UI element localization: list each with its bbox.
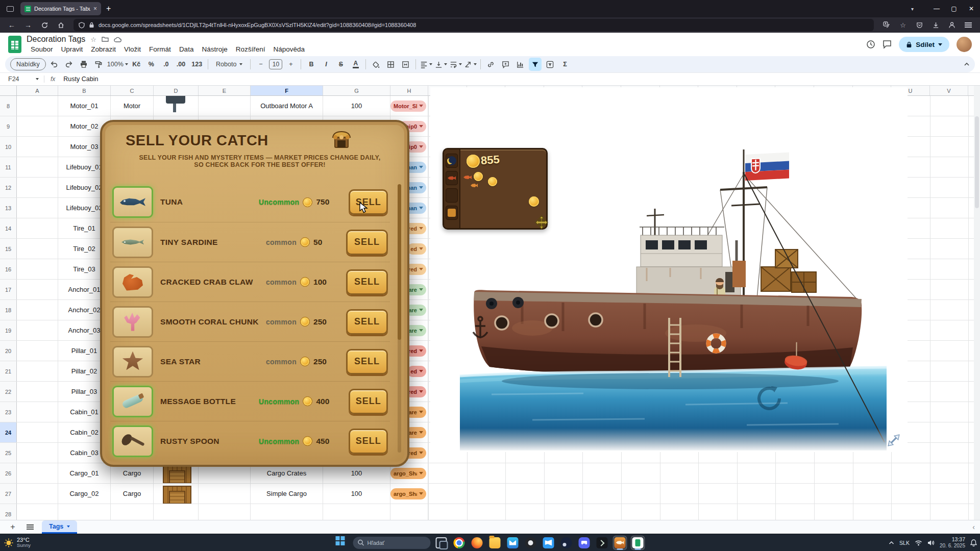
cell-a[interactable] [17, 300, 58, 320]
add-sheet-button[interactable]: + [7, 521, 18, 533]
menus-pill[interactable]: Nabídky [10, 58, 46, 70]
cell-a[interactable] [17, 198, 58, 218]
start-button[interactable] [335, 536, 350, 550]
dropdown-chip[interactable]: argo_Share [390, 468, 426, 479]
sheet-tab-tags[interactable]: Tags [42, 520, 77, 534]
cell-g[interactable]: 100 [323, 96, 390, 116]
downloads-icon[interactable] [929, 19, 942, 31]
empty-slot[interactable] [446, 188, 458, 203]
row-header[interactable]: 21 [0, 361, 17, 381]
menu-item[interactable]: Formát [145, 44, 175, 54]
chip-caret-icon[interactable] [419, 472, 423, 474]
sell-button[interactable]: SELL [346, 349, 388, 374]
tray-chevron-icon[interactable] [889, 541, 894, 545]
italic-button[interactable]: I [320, 58, 332, 71]
cell-a[interactable] [17, 137, 58, 157]
chip-caret-icon[interactable] [419, 105, 423, 107]
wifi-icon[interactable] [915, 540, 922, 546]
sell-button[interactable]: SELL [346, 309, 388, 335]
dropdown-chip[interactable]: argo_Share [390, 488, 426, 499]
firefox-view-icon[interactable] [4, 3, 16, 15]
cell-a[interactable] [17, 259, 58, 279]
maximize-button[interactable]: ▢ [945, 0, 963, 17]
lock-icon[interactable] [89, 22, 94, 28]
browser-tab[interactable]: Decoration Tags - Tabulky Goo × [20, 2, 101, 15]
chip-caret-icon[interactable] [419, 411, 423, 413]
column-header[interactable]: E [199, 86, 251, 95]
row-header[interactable]: 26 [0, 463, 17, 483]
column-header[interactable]: H [390, 86, 428, 95]
coin-icon[interactable] [488, 177, 497, 186]
filter-views-icon[interactable] [544, 58, 556, 71]
cell-a[interactable] [17, 504, 58, 520]
fill-color-icon[interactable] [370, 58, 382, 71]
column-header[interactable]: B [58, 86, 111, 95]
taskbar-app[interactable] [595, 536, 609, 550]
moon-slot[interactable] [446, 154, 458, 168]
cell-e[interactable] [199, 484, 251, 504]
cell-a[interactable] [17, 402, 58, 422]
translate-icon[interactable] [880, 19, 893, 31]
cell-g[interactable]: 100 [323, 484, 390, 504]
forward-button[interactable]: → [21, 19, 35, 31]
url-bar[interactable]: docs.google.com/spreadsheets/d/1CDjlLT2p… [74, 19, 874, 31]
dropdown-chip[interactable]: ed [407, 243, 426, 255]
dropdown-chip[interactable]: ed [407, 366, 426, 377]
taskbar-app[interactable] [434, 536, 449, 550]
column-header[interactable]: F [251, 86, 323, 95]
row-header[interactable]: 8 [0, 96, 17, 116]
chip-caret-icon[interactable] [419, 309, 423, 311]
empty-cells[interactable] [428, 504, 980, 520]
share-caret-icon[interactable] [938, 43, 942, 46]
currency-format-button[interactable]: Kč [130, 58, 143, 71]
cell-a[interactable] [17, 320, 58, 340]
cell-a[interactable] [17, 422, 58, 442]
chip-caret-icon[interactable] [419, 390, 423, 393]
row-header[interactable]: 10 [0, 137, 17, 157]
coin-hud-panel[interactable]: 855 [443, 148, 548, 230]
vertical-scrollbar[interactable] [974, 86, 980, 520]
scrollbar-thumb[interactable] [975, 116, 979, 208]
sell-button[interactable]: SELL [349, 389, 388, 414]
cell-a[interactable] [17, 341, 58, 361]
row-header[interactable]: 19 [0, 320, 17, 340]
cell-h[interactable] [390, 504, 428, 520]
menu-item[interactable]: Nápověda [269, 44, 309, 54]
vertical-align-icon[interactable] [434, 58, 447, 71]
weather-widget[interactable]: 23°C Sunny [4, 534, 31, 551]
version-history-icon[interactable] [866, 40, 875, 49]
cell-a[interactable] [17, 116, 58, 136]
select-all-corner[interactable] [0, 86, 17, 96]
row-header[interactable]: 24 [0, 422, 17, 442]
row-header[interactable]: 27 [0, 484, 17, 504]
account-icon[interactable] [945, 19, 959, 31]
tile-slot[interactable] [446, 206, 458, 220]
cell-e[interactable] [199, 504, 251, 520]
sheet-tab-caret-icon[interactable] [67, 525, 70, 528]
decrease-font-size-button[interactable]: − [254, 58, 267, 71]
taskbar-app[interactable] [470, 536, 484, 550]
chip-caret-icon[interactable] [419, 431, 423, 434]
sheets-logo-icon[interactable] [8, 36, 21, 53]
cell-c[interactable]: Motor [111, 96, 154, 116]
menu-item[interactable]: Zobrazit [87, 44, 120, 54]
taskbar-app[interactable] [631, 536, 645, 550]
close-button[interactable]: ✕ [963, 0, 980, 17]
row-header[interactable]: 22 [0, 382, 17, 402]
taskbar-app[interactable] [542, 536, 556, 550]
redo-icon[interactable] [63, 58, 76, 71]
create-filter-icon[interactable] [529, 58, 542, 71]
text-wrap-icon[interactable] [449, 58, 462, 71]
row-header[interactable]: 16 [0, 259, 17, 279]
cell-d-image[interactable] [154, 96, 199, 116]
coin-icon[interactable] [529, 196, 539, 207]
cell-b[interactable] [58, 504, 111, 520]
borders-icon[interactable] [384, 58, 397, 71]
taskbar-app[interactable] [452, 536, 467, 550]
all-sheets-icon[interactable] [24, 521, 36, 533]
undo-icon[interactable] [48, 58, 61, 71]
row-header[interactable]: 14 [0, 218, 17, 238]
menu-item[interactable]: Rozšíření [232, 44, 270, 54]
row-header[interactable]: 18 [0, 300, 17, 320]
keyboard-language[interactable]: SLK [899, 540, 910, 546]
